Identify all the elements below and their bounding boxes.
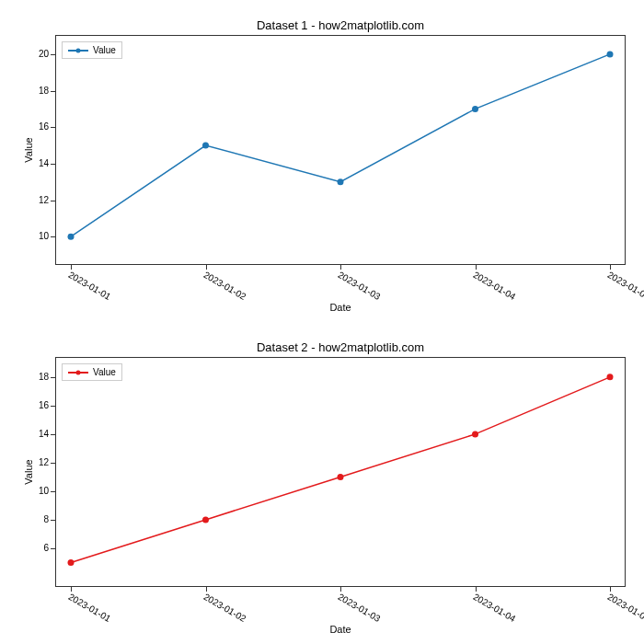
y-tick-label: 10 [39,231,49,241]
y-axis-label: Value [23,459,34,484]
y-tick-label: 10 [39,486,49,496]
data-point [202,516,209,523]
x-tick-label: 2023-01-04 [471,270,517,302]
y-tick-label: 18 [39,372,49,382]
x-tick-label: 2023-01-03 [337,270,383,302]
y-tick-label: 16 [39,400,49,410]
x-tick: 2023-01-01 [71,586,72,592]
y-axis-label: Value [23,137,34,162]
x-tick-label: 2023-01-02 [201,592,247,624]
y-tick-label: 12 [39,457,49,467]
x-tick-label: 2023-01-05 [606,592,645,624]
x-tick-label: 2023-01-01 [67,592,113,624]
line-series [56,358,625,586]
legend: Value [62,363,122,381]
x-tick: 2023-01-03 [340,264,341,270]
x-tick: 2023-01-05 [610,586,611,592]
chart-title: Dataset 1 - how2matplotlib.com [55,18,626,35]
data-point [68,559,75,566]
data-point [338,178,344,185]
data-point [472,431,478,437]
plot-area-1: Value Value 1012141618202023-01-012023-0… [55,35,626,265]
legend-label: Value [93,367,116,377]
x-tick: 2023-01-04 [476,264,477,270]
data-point [338,474,344,480]
data-point [607,51,614,57]
y-tick-label: 12 [39,195,49,205]
data-point [68,234,75,240]
x-axis-label: Date [55,624,626,635]
x-tick: 2023-01-02 [206,586,207,592]
y-tick-label: 20 [39,49,49,59]
x-tick: 2023-01-03 [340,586,341,592]
data-point [472,106,478,112]
legend: Value [62,41,122,59]
x-tick-label: 2023-01-02 [201,270,247,302]
data-point [607,374,614,380]
x-tick-label: 2023-01-01 [67,270,113,302]
plot-area-2: Value Value 6810121416182023-01-012023-0… [55,357,626,587]
y-tick-label: 16 [39,121,49,132]
y-tick-label: 8 [43,514,49,524]
x-tick: 2023-01-02 [206,264,207,270]
x-tick-label: 2023-01-03 [337,592,383,624]
x-tick: 2023-01-05 [610,264,611,270]
y-tick-label: 18 [39,86,49,96]
subplot-1: Dataset 1 - how2matplotlib.com Value Val… [55,18,626,304]
y-tick-label: 6 [43,543,49,553]
y-tick-label: 14 [39,158,49,168]
x-axis-label: Date [55,302,626,313]
legend-swatch [68,50,88,52]
figure: Dataset 1 - how2matplotlib.com Value Val… [0,0,644,644]
x-tick-label: 2023-01-04 [471,592,517,624]
subplot-2: Dataset 2 - how2matplotlib.com Value Val… [55,340,626,626]
x-tick: 2023-01-01 [71,264,72,270]
chart-title: Dataset 2 - how2matplotlib.com [55,340,626,357]
data-point [202,143,209,149]
x-tick: 2023-01-04 [476,586,477,592]
y-tick-label: 14 [39,429,49,439]
line-series [56,36,625,264]
legend-swatch [68,372,88,374]
legend-label: Value [93,45,116,55]
x-tick-label: 2023-01-05 [606,270,645,302]
